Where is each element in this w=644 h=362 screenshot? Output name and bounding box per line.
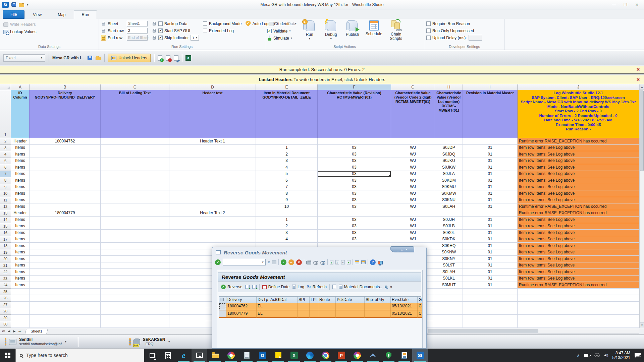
cell-B5[interactable] [30,158,101,165]
customize-layout-icon[interactable] [378,261,383,264]
row-header-24[interactable]: 24 [0,282,11,289]
require-run-reason-checkbox[interactable] [426,21,431,26]
cell-E5[interactable]: 3 [256,158,318,165]
sheet-nav-buttons[interactable]: ⏮ ◀ ▶ ⏭ [0,329,23,333]
print-icon[interactable] [306,261,311,264]
cell-C3[interactable] [101,145,169,152]
debug-button[interactable]: Debug ▾ [321,19,341,40]
cell-J29[interactable] [518,315,639,321]
scroll-up-icon[interactable]: ▲ [640,84,644,90]
cell-I2[interactable] [463,138,518,145]
reverse-button[interactable]: ✓ Reverse [221,285,243,289]
close-button[interactable]: ✕ [631,0,643,9]
next-page-icon[interactable]: ▼ [341,260,345,264]
cell-H28[interactable] [435,308,463,315]
command-field-caret-icon[interactable]: ▼ [260,259,265,265]
sap-cell-spt-2[interactable] [298,310,310,318]
row-header-26[interactable]: 26 [0,295,11,302]
taskbar-internet-explorer-icon[interactable]: e [176,349,192,362]
sap-col-rvrsdate[interactable]: RvrsDate [391,297,418,303]
cell-D13[interactable]: Header Text 2 [169,210,256,217]
row-header-10[interactable]: 10 [0,190,11,197]
material-documents-button[interactable]: Material Documents.. [339,285,382,289]
column-header-E[interactable]: E [256,84,318,90]
sap-cell-pckdate-1[interactable] [336,303,365,310]
cell-A28[interactable] [11,308,30,315]
cell-B19[interactable] [30,249,101,256]
cell-E1[interactable]: Item in Material Document GODYNPRO-DETAI… [256,90,318,138]
cell-H26[interactable] [435,295,463,302]
cell-A7[interactable]: Items [11,171,30,178]
taskbar-file-explorer-icon[interactable] [207,349,223,362]
cell-B4[interactable] [30,151,101,158]
cell-B23[interactable] [30,276,101,282]
sap-table-layout-icon[interactable] [219,297,226,303]
taskbar-mail-wing-icon[interactable] [365,349,381,362]
start-sap-gui-checkbox[interactable]: ✓ [158,28,163,33]
schedule-button[interactable]: Schedule [364,19,384,36]
tab-view[interactable]: View [25,10,49,19]
cell-I8[interactable]: 01 [463,177,518,184]
cell-H17[interactable]: S0KDK [435,236,463,243]
cell-B17[interactable] [30,236,101,243]
cell-A2[interactable]: Header [11,138,30,145]
taskbar-photos-icon[interactable] [192,349,207,362]
column-header-D[interactable]: D [169,84,256,90]
cell-E10[interactable]: 8 [256,190,318,197]
background-mode-checkbox[interactable] [203,21,207,26]
cell-H1[interactable]: Characteristic Value (Vendor Lot number)… [435,90,463,138]
sap-cell-delivery-2[interactable]: 180004779 [226,310,257,318]
cell-E14[interactable]: 1 [256,217,318,223]
sap-cell-lpt-2[interactable] [310,310,318,318]
cell-E7[interactable]: 5 [256,171,318,178]
row-header-8[interactable]: 8 [0,177,11,184]
cell-D5[interactable] [169,158,256,165]
cell-G4[interactable]: WJ [391,151,435,158]
row-header-5[interactable]: 5 [0,158,11,165]
sap-cell-delivery-1[interactable]: 180004762 [226,303,257,310]
cell-A10[interactable]: Items [11,190,30,197]
cell-D9[interactable] [169,184,256,191]
row-header-16[interactable]: 16 [0,230,11,236]
cell-J17[interactable]: Item row Items: See Log above [518,236,639,243]
cell-D2[interactable]: Header Text 1 [169,138,256,145]
row-header-15[interactable]: 15 [0,223,11,230]
tab-file[interactable]: File [3,10,24,19]
cell-D4[interactable] [169,151,256,158]
cell-B25[interactable] [30,289,101,295]
cell-G2[interactable] [391,138,435,145]
cell-H2[interactable] [435,138,463,145]
sap-cell-shptoprty-2[interactable] [365,310,391,318]
column-header-C[interactable]: C [101,84,169,90]
cell-A23[interactable]: Items [11,276,30,282]
cell-I7[interactable]: 01 [463,171,518,178]
minimize-button[interactable]: — [608,0,620,9]
sap-col-actgidat[interactable]: ActGIDat [269,297,298,303]
cell-B12[interactable] [30,203,101,210]
cell-C26[interactable] [101,295,169,302]
cell-I6[interactable]: 01 [463,164,518,171]
volume-icon[interactable]: )) [604,354,608,357]
mode-dropdown[interactable]: Excel▼ [3,54,45,62]
cell-C8[interactable] [101,177,169,184]
cell-F17[interactable]: 03 [318,236,391,243]
cell-A22[interactable]: Items [11,269,30,276]
cell-D8[interactable] [169,177,256,184]
cell-C1[interactable]: Bill of Lading Text [101,90,169,138]
cell-J26[interactable] [518,295,639,302]
cell-A29[interactable] [11,315,30,321]
cell-G10[interactable]: WJ [391,190,435,197]
row-header-4[interactable]: 4 [0,151,11,158]
search-table-icon[interactable] [385,286,387,288]
find-next-icon[interactable] [320,261,325,264]
taskbar-task-view-icon[interactable] [144,349,160,362]
cell-I13[interactable] [463,210,518,217]
cell-E4[interactable]: 2 [256,151,318,158]
cell-H12[interactable]: S0LAH [435,203,463,210]
sap-col-spt[interactable]: SPt [298,297,310,303]
validate-caret-icon[interactable]: ▾ [289,29,290,33]
cell-F5[interactable]: 03 [318,158,391,165]
cell-C13[interactable] [101,210,169,217]
cell-F4[interactable]: 03 [318,151,391,158]
cell-B20[interactable] [30,256,101,262]
